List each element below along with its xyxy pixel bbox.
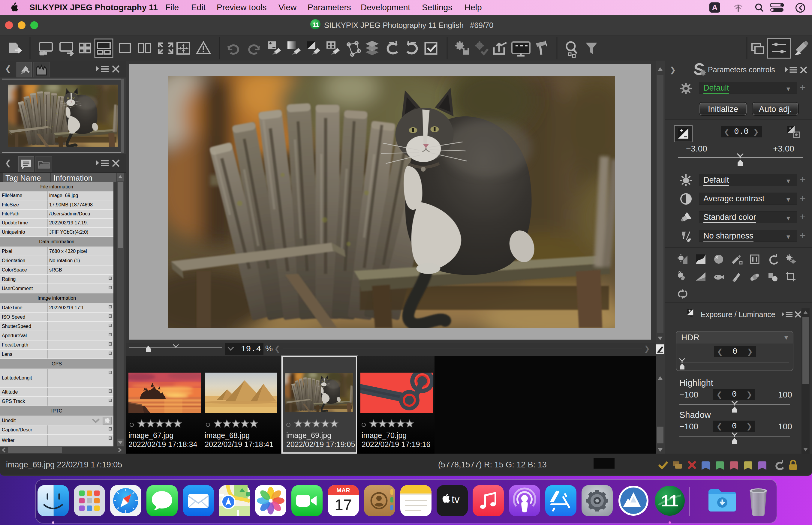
svg-text:tv: tv	[452, 494, 460, 505]
svg-text:MAR: MAR	[336, 487, 350, 494]
svg-text:17: 17	[334, 496, 352, 514]
svg-text:11: 11	[661, 492, 678, 510]
